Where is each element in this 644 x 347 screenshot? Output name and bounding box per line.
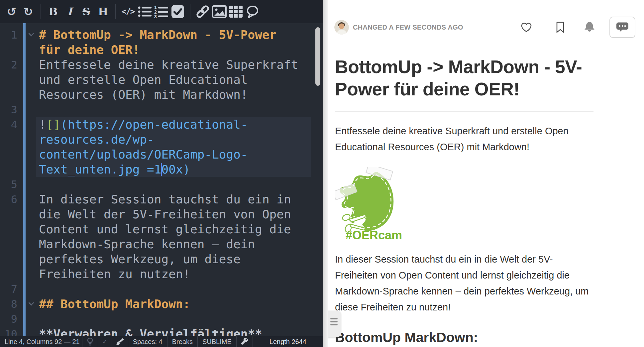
doc-paragraph-2: In dieser Session tauchst du ein in die … [335,251,589,315]
code-row[interactable]: die Welt der 5V-Freiheiten von Open [0,207,323,222]
code-row[interactable]: 6In dieser Session tauchst du ein in [0,192,323,207]
code-row[interactable]: Markdown-Sprache kennen – dein [0,237,323,252]
author-avatar[interactable] [334,20,349,35]
code-row[interactable]: 10**Verwahren & Vervielfältigen** [0,326,323,336]
code-text: Freiheiten zu nutzen! [39,267,190,281]
code-row[interactable]: Content und lernst gleichzeitig die [0,222,323,237]
editor-line: 4![](https://open-educational-resources.… [0,117,323,177]
spellcheck-status-button[interactable]: ✓ [98,336,112,347]
code-text: die Welt der 5V-Freiheiten von Open [39,207,291,221]
code-row[interactable]: 8## BottomUp MarkDown: [0,296,323,311]
code-row[interactable]: für deine OER! [0,42,323,57]
editor-scrollbar-thumb[interactable] [315,27,320,86]
lightbulb-icon [86,337,94,346]
code-row[interactable]: resources.de/wp- [0,132,311,147]
markdown-editor-pane: ↺ ↻ B I S H </> 1 2 3 [0,0,323,347]
link-button[interactable] [194,3,211,21]
code-text: **Verwahren & Vervielfältigen** [39,327,262,336]
code-row[interactable]: content/uploads/OERCamp-Logo- [0,147,311,162]
code-button[interactable]: </> [120,3,136,21]
heading-icon: H [98,5,108,18]
code-row[interactable]: 5 [0,177,323,192]
code-text: ## BottomUp MarkDown: [39,297,190,311]
avatar-photo [334,20,349,35]
code-row[interactable]: 4![](https://open-educational- [0,117,311,132]
code-row[interactable]: 9 [0,311,323,326]
editor-line: 1# BottomUp -> MarkDown - 5V-Powerfür de… [0,27,323,57]
redo-button[interactable]: ↻ [20,3,37,21]
editor-toolbar: ↺ ↻ B I S H </> 1 2 3 [0,0,323,23]
checklist-button[interactable] [169,3,186,21]
code-row[interactable]: und erstelle Open Educational [0,72,323,87]
title-divider [335,111,593,112]
code-row[interactable]: 1# BottomUp -> MarkDown - 5V-Power [0,27,323,42]
strikethrough-button[interactable]: S [78,3,95,21]
fold-chevron-icon[interactable] [29,31,34,37]
breaks-status-button[interactable]: Breaks [167,336,198,347]
image-button[interactable] [211,3,228,21]
code-text: für deine OER! [39,43,140,57]
pane-resize-divider[interactable] [323,0,328,347]
undo-button[interactable]: ↺ [3,3,20,21]
editor-line: 3 [0,102,323,117]
hint-status-button[interactable] [82,336,98,347]
code-row[interactable]: 3 [0,102,323,117]
code-editor[interactable]: 1# BottomUp -> MarkDown - 5V-Powerfür de… [0,23,323,336]
code-text: content/uploads/OERCamp-Logo- [39,148,248,161]
table-button[interactable] [228,3,244,21]
code-text: [] [46,118,60,131]
strikethrough-icon: S [82,5,90,18]
code-text: resources.de/wp- [39,133,154,146]
ordered-list-button[interactable]: 1 2 3 [153,3,169,21]
oercamp-logo-image: #OERcamp [335,167,403,241]
unordered-list-button[interactable] [136,3,153,21]
code-area[interactable]: 1# BottomUp -> MarkDown - 5V-Powerfür de… [0,23,323,336]
code-text: perfektes Werkzeug, um diese [39,252,241,266]
code-text: In dieser Session tauchst du ein in [39,192,291,206]
table-icon [229,5,243,18]
heading-button[interactable]: H [95,3,111,21]
bell-icon [584,21,595,33]
wrench-icon [241,338,249,346]
spaces-status-button[interactable]: Spaces: 4 [128,336,167,347]
notifications-button[interactable] [584,21,595,33]
code-text: Text_unten.jpg =1 [39,163,161,176]
keymap-status-button[interactable]: SUBLIME [198,336,237,347]
toc-toggle-handle[interactable] [328,311,341,337]
like-button[interactable] [520,22,532,33]
redo-icon: ↻ [24,6,33,17]
doc-title: BottomUp -> MarkDown - 5V-Power für dein… [335,56,593,100]
hamburger-icon [330,318,338,319]
italic-button[interactable]: I [61,3,78,21]
comment-bubble-icon [616,21,629,33]
code-row[interactable]: Text_unten.jpg =100x) [0,162,311,177]
comments-panel-button[interactable] [609,17,635,38]
unordered-list-icon [138,5,152,18]
toolbar-separator [190,4,190,19]
bookmark-button[interactable] [556,22,565,33]
line-number: 8 [0,297,17,312]
theme-brush-button[interactable] [112,336,128,347]
code-row[interactable]: perfektes Werkzeug, um diese [0,252,323,267]
fold-chevron-icon[interactable] [29,300,34,306]
toolbar-separator [115,4,116,19]
brush-icon [116,338,124,346]
code-row[interactable]: 7 [0,282,323,296]
settings-wrench-button[interactable] [237,336,253,347]
code-text: 00x) [161,163,190,176]
code-row[interactable]: Resources (OER) mit Markdown! [0,87,323,102]
comment-button[interactable] [244,3,261,21]
document-length-status: Length 2644 [253,336,323,347]
oercamp-logo-text: #OERcamp [346,228,403,241]
rendered-document: BottomUp -> MarkDown - 5V-Power für dein… [328,56,593,347]
code-text: (https://open-educational- [60,118,248,131]
italic-icon: I [67,5,72,18]
code-row[interactable]: Freiheiten zu nutzen! [0,267,323,282]
line-number: 3 [0,102,17,117]
code-icon: </> [121,7,134,16]
bold-button[interactable]: B [45,3,61,21]
code-row[interactable]: 2Entfessele deine kreative Superkraft [0,57,323,72]
checklist-icon [171,4,185,19]
preview-pane: CHANGED A FEW SECONDS AGO BottomUp -> [328,0,644,347]
editor-line: 9 [0,311,323,326]
